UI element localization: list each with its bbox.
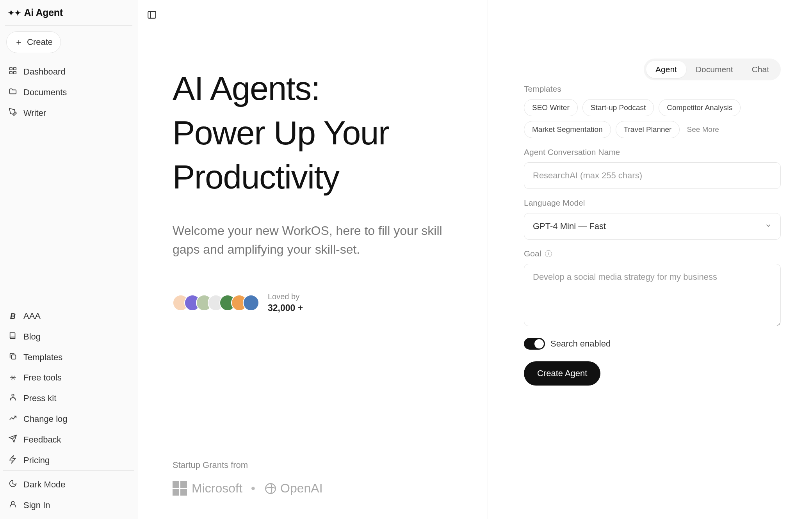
sidebar-item-free-tools[interactable]: ✳ Free tools — [3, 368, 134, 387]
template-chip[interactable]: Start-up Podcast — [582, 99, 654, 116]
template-chips: SEO WriterStart-up PodcastCompetitor Ana… — [524, 99, 781, 138]
sidebar-item-aaa[interactable]: B AAA — [3, 306, 134, 326]
tab-document[interactable]: Document — [686, 61, 743, 78]
model-label: Language Model — [524, 198, 781, 208]
headline-line: Power Up Your — [173, 114, 389, 151]
search-toggle-row: Search enabled — [524, 338, 781, 350]
svg-rect-0 — [10, 68, 12, 70]
agent-name-input[interactable] — [524, 162, 781, 189]
subheading: Welcome your new WorkOS, here to fill yo… — [173, 221, 446, 259]
nav-label: AAA — [23, 311, 41, 321]
brand-name: Ai Agent — [24, 7, 62, 18]
headline-line: Productivity — [173, 158, 339, 196]
svg-rect-2 — [10, 71, 12, 74]
grants-section: Startup Grants from Microsoft • OpenAI — [173, 437, 460, 496]
template-chip[interactable]: Market Segmentation — [524, 121, 611, 138]
grants-logos: Microsoft • OpenAI — [173, 481, 460, 496]
openai-logo: OpenAI — [264, 481, 323, 496]
nav-label: Pricing — [23, 455, 50, 466]
sparkle-icon: ✳ — [9, 373, 17, 382]
toggle-knob — [534, 339, 544, 348]
microsoft-label: Microsoft — [192, 481, 242, 496]
nav-label: Templates — [23, 352, 62, 363]
sidebar-item-feedback[interactable]: Feedback — [3, 430, 134, 450]
chevron-down-icon — [765, 221, 772, 231]
sidebar: ✦✦ Ai Agent ＋ Create Dashboard Documents… — [0, 0, 137, 519]
sidebar-item-templates[interactable]: Templates — [3, 347, 134, 367]
goal-label-row: Goal i — [524, 249, 781, 258]
dashboard-icon — [9, 66, 17, 77]
avatar-stack — [173, 295, 259, 311]
nav-label: Press kit — [23, 393, 56, 403]
svg-point-6 — [11, 501, 14, 504]
nav-label: Dark Mode — [23, 480, 66, 490]
sidebar-item-blog[interactable]: Blog — [3, 327, 134, 347]
nav-label: Blog — [23, 332, 41, 342]
template-chip[interactable]: Competitor Analysis — [659, 99, 741, 116]
nav-label: Documents — [23, 87, 67, 98]
model-select[interactable]: GPT-4 Mini — Fast — [524, 213, 781, 240]
sidebar-footer: Dark Mode Sign In — [3, 470, 134, 515]
trend-icon — [9, 414, 17, 424]
user-icon — [9, 500, 17, 510]
sidebar-item-sign-in[interactable]: Sign In — [3, 495, 134, 515]
svg-rect-4 — [11, 355, 16, 359]
microsoft-logo: Microsoft — [173, 481, 242, 496]
sidebar-item-dashboard[interactable]: Dashboard — [3, 62, 134, 82]
microsoft-icon — [173, 481, 187, 496]
svg-rect-7 — [148, 11, 156, 18]
tab-agent[interactable]: Agent — [646, 61, 686, 78]
grants-label: Startup Grants from — [173, 460, 460, 470]
divider — [5, 25, 132, 26]
folder-icon — [9, 87, 17, 98]
sparkle-icon: ✦✦ — [8, 9, 21, 17]
brand[interactable]: ✦✦ Ai Agent — [3, 4, 134, 25]
nav-label: Writer — [23, 108, 46, 118]
social-proof: Loved by 32,000 + — [173, 292, 460, 313]
create-agent-button[interactable]: Create Agent — [524, 361, 600, 386]
loved-label: Loved by — [268, 292, 303, 301]
template-chip[interactable]: Travel Planner — [616, 121, 680, 138]
plus-icon: ＋ — [14, 36, 23, 48]
goal-label: Goal — [524, 249, 541, 258]
svg-rect-3 — [14, 71, 16, 74]
copy-icon — [9, 352, 17, 363]
openai-icon — [264, 482, 277, 495]
moon-icon — [9, 479, 17, 490]
hero-section: AI Agents: Power Up Your Productivity We… — [137, 0, 488, 519]
see-more-link[interactable]: See More — [684, 121, 721, 138]
sidebar-item-press-kit[interactable]: Press kit — [3, 388, 134, 408]
pen-icon — [9, 108, 17, 118]
create-label: Create — [27, 37, 53, 47]
svg-rect-1 — [14, 68, 16, 70]
person-icon — [9, 393, 17, 403]
template-chip[interactable]: SEO Writer — [524, 99, 578, 116]
sidebar-item-documents[interactable]: Documents — [3, 82, 134, 102]
templates-label: Templates — [524, 84, 781, 94]
sidebar-item-pricing[interactable]: Pricing — [3, 450, 134, 470]
primary-nav: Dashboard Documents Writer — [3, 62, 134, 123]
nav-label: Feedback — [23, 435, 61, 445]
form-section: AgentDocumentChat Templates SEO WriterSt… — [488, 0, 812, 519]
goal-textarea[interactable] — [524, 264, 781, 326]
sidebar-item-writer[interactable]: Writer — [3, 103, 134, 123]
sidebar-item-dark-mode[interactable]: Dark Mode — [3, 475, 134, 494]
tab-chat[interactable]: Chat — [743, 61, 778, 78]
info-icon[interactable]: i — [545, 250, 552, 257]
topbar — [137, 0, 812, 31]
svg-point-5 — [12, 394, 14, 396]
main-content: AI Agents: Power Up Your Productivity We… — [137, 0, 812, 519]
avatar — [243, 295, 259, 311]
search-toggle[interactable] — [524, 338, 545, 350]
page-title: AI Agents: Power Up Your Productivity — [173, 66, 460, 199]
sidebar-item-change-log[interactable]: Change log — [3, 409, 134, 429]
send-icon — [9, 434, 17, 445]
nav-label: Free tools — [23, 373, 62, 383]
nav-label: Dashboard — [23, 67, 66, 77]
create-button[interactable]: ＋ Create — [6, 31, 61, 53]
loved-count: 32,000 + — [268, 303, 303, 313]
submit-label: Create Agent — [537, 368, 587, 378]
book-icon — [9, 331, 17, 342]
collapse-sidebar-icon[interactable] — [147, 10, 157, 21]
secondary-nav: B AAA Blog Templates ✳ Free tools Press … — [3, 306, 134, 470]
